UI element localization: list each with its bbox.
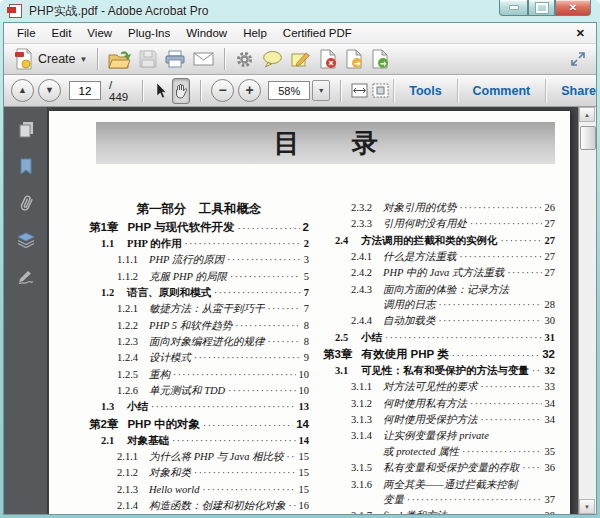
email-button[interactable] — [189, 46, 218, 72]
select-tool-button[interactable] — [153, 79, 168, 103]
toc-entry[interactable]: 2.3.3引用何时没有用处···························… — [323, 216, 555, 232]
menu-view[interactable]: View — [79, 25, 120, 41]
zoom-in-button[interactable]: + — [238, 79, 261, 102]
menubar-close-icon[interactable]: ✕ — [570, 27, 591, 40]
toc-entry[interactable]: 1.2语言、原则和模式·····························… — [89, 285, 309, 301]
minimize-button[interactable] — [499, 0, 528, 16]
toc-entry[interactable]: 第1章PHP 与现代软件开发··························… — [89, 219, 309, 236]
scroll-up-icon[interactable]: ▲ — [579, 107, 595, 122]
toc-entry[interactable]: 2.4方法调用的拦截和类的实例化························… — [323, 233, 555, 249]
sign-button[interactable] — [287, 46, 315, 72]
toc-entry[interactable]: 1.2.6单元测试和 TDD··························… — [89, 383, 309, 399]
page-number-input[interactable] — [69, 81, 101, 100]
toc-entry[interactable]: 3.1.1对方法可见性的要求··························… — [323, 379, 555, 395]
scroll-down-icon[interactable]: ▼ — [579, 499, 595, 514]
preflight-button[interactable] — [231, 46, 258, 72]
toc-number: 2.1 — [101, 433, 127, 448]
toc-page: 32 — [545, 363, 556, 378]
menu-edit[interactable]: Edit — [44, 25, 80, 41]
toc-entry[interactable]: 3.1.3何时使用受保护方法··························… — [323, 412, 555, 428]
toc-entry[interactable]: 1.2.5重构·································… — [89, 367, 309, 383]
toc-entry[interactable]: 1.2.3面向对象编程进化的规律························… — [89, 334, 309, 350]
menu-plugins[interactable]: Plug-Ins — [120, 25, 178, 41]
toc-entry[interactable]: 或 protected 属性··························… — [323, 444, 555, 460]
toc-page: 16 — [299, 498, 310, 513]
toc-entry[interactable]: 3.1.7final 类和方法·························… — [323, 508, 555, 514]
toc-entry[interactable]: 1.1.1PHP 流行的原因··························… — [89, 252, 309, 268]
signatures-icon[interactable] — [14, 265, 38, 289]
attachments-icon[interactable] — [10, 187, 42, 219]
zoom-dropdown-button[interactable]: ▼ — [312, 80, 330, 101]
print-button[interactable] — [161, 46, 189, 72]
toc-entry[interactable]: 2.3.2对象引用的优势····························… — [323, 200, 555, 216]
toc-entry[interactable]: 2.4.1什么是方法重载····························… — [323, 249, 555, 265]
toc-entry[interactable]: 1.2.4设计模式·······························… — [89, 350, 309, 366]
save-button[interactable] — [135, 46, 161, 72]
toc-entry[interactable]: 3.1.6两全其美——通过拦截来控制 — [323, 477, 555, 492]
export-page-button[interactable] — [341, 46, 367, 72]
next-page-button[interactable]: ▼ — [38, 79, 61, 102]
toc-entry[interactable]: 2.4.3面向方面的体验：记录方法 — [323, 282, 555, 297]
previous-page-button[interactable]: ▲ — [11, 79, 34, 102]
toc-entry[interactable]: 1.2.1敏捷方法：从蛮干到巧干························… — [89, 301, 309, 317]
toc-entry[interactable]: 2.5小结···································… — [323, 330, 555, 346]
toc-page: 33 — [545, 379, 556, 394]
toc-dots: ········································… — [194, 466, 296, 481]
tools-button[interactable]: Tools — [394, 84, 456, 98]
toc-entry[interactable]: 2.1.2对象和类·······························… — [89, 465, 309, 481]
toc-entry[interactable]: 2.4.4自动加载类······························… — [323, 313, 555, 329]
toc-entry[interactable]: 2.4.2PHP 中的 Java 式方法重载··················… — [323, 265, 555, 281]
hand-tool-button[interactable] — [172, 78, 190, 104]
toolbar-separator — [97, 48, 98, 70]
page-yellow-arrow-icon — [345, 49, 363, 69]
toc-number: 1.2 — [101, 285, 127, 300]
toc-entry[interactable]: 2.1对象基础·································… — [89, 433, 309, 449]
toc-page: 8 — [304, 334, 309, 349]
toc-entry[interactable]: 2.1.3Hello world························… — [89, 482, 309, 498]
layers-icon[interactable] — [14, 228, 38, 252]
save-as-other-button[interactable] — [367, 46, 393, 72]
toc-entry[interactable]: 调用的日志···································… — [323, 297, 555, 313]
zoom-out-button[interactable]: − — [211, 79, 234, 102]
navigation-toolbar: ▲ ▼ / 449 − + 58% ▼ — [4, 75, 596, 107]
toc-text: PHP 的作用 — [127, 236, 182, 251]
menu-file[interactable]: File — [9, 25, 44, 41]
toc-entry[interactable]: 第一部分 工具和概念 — [89, 200, 309, 219]
sign-note-icon — [291, 51, 311, 68]
remove-certification-button[interactable] — [315, 46, 341, 72]
add-comment-button[interactable] — [258, 46, 287, 72]
toc-entry[interactable]: 变量······································… — [323, 492, 555, 508]
toc-number: 2.4.3 — [351, 282, 383, 297]
toc-entry[interactable]: 1.1PHP 的作用······························… — [89, 236, 309, 252]
scrollbar-thumb[interactable] — [580, 126, 596, 150]
close-button[interactable]: ✕ — [555, 0, 591, 16]
toc-entry[interactable]: 3.1可见性：私有和受保护的方法与变量·····················… — [323, 363, 555, 379]
menu-certified-pdf[interactable]: Certified PDF — [275, 25, 360, 41]
comment-button[interactable]: Comment — [458, 84, 546, 98]
toc-entry[interactable]: 3.1.2何时使用私有方法···························… — [323, 396, 555, 412]
page-thumbnails-icon[interactable] — [14, 117, 38, 141]
share-button[interactable]: Share — [546, 84, 600, 98]
toc-entry[interactable]: 2.1.4构造函数：创建和初始化对象······················… — [89, 498, 309, 514]
fit-page-button[interactable] — [372, 79, 389, 103]
toc-entry[interactable]: 2.1.1为什么将 PHP 与 Java 相比较················… — [89, 449, 309, 465]
zoom-level-value[interactable]: 58% — [268, 81, 310, 100]
create-button[interactable]: Create ▼ — [10, 46, 91, 72]
toc-entry[interactable]: 3.1.5私有变量和受保护变量的存取······················… — [323, 460, 555, 476]
toc-entry[interactable]: 3.1.4让实例变量保持 private — [323, 428, 555, 443]
toc-entry[interactable]: 1.2.2PHP 5 和软件趋势························… — [89, 318, 309, 334]
toc-entry[interactable]: 1.1.2克服 PHP 的局限·························… — [89, 269, 309, 285]
bookmarks-icon[interactable] — [14, 154, 38, 178]
maximize-button[interactable] — [528, 0, 555, 16]
menu-window[interactable]: Window — [178, 25, 235, 41]
toc-entry[interactable]: 1.3小结···································… — [89, 399, 309, 415]
toc-text: 方法调用的拦截和类的实例化 — [361, 233, 498, 248]
toc-entry[interactable]: 第2章PHP 中的对象·····························… — [89, 416, 309, 433]
vertical-scrollbar[interactable]: ▲ ▼ — [578, 107, 596, 514]
open-button[interactable] — [104, 46, 135, 72]
toolbar-expand-button[interactable] — [566, 46, 590, 72]
toc-text: PHP 与现代软件开发 — [127, 219, 234, 236]
toc-entry[interactable]: 第3章有效使用 PHP 类···························… — [323, 346, 555, 363]
menu-help[interactable]: Help — [235, 25, 275, 41]
fit-width-button[interactable] — [351, 79, 368, 103]
